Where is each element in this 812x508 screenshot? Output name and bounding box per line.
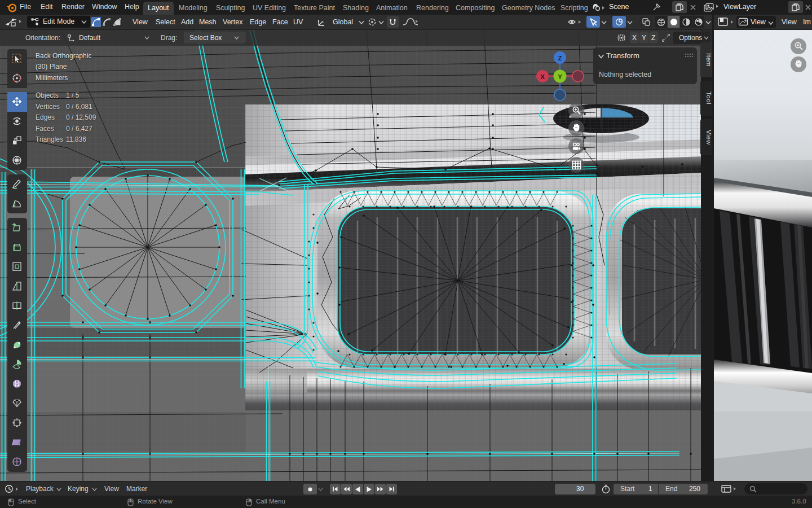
svg-text:X: X (540, 73, 545, 80)
svg-text:Y: Y (558, 73, 562, 80)
svg-text:Z: Z (558, 55, 562, 62)
